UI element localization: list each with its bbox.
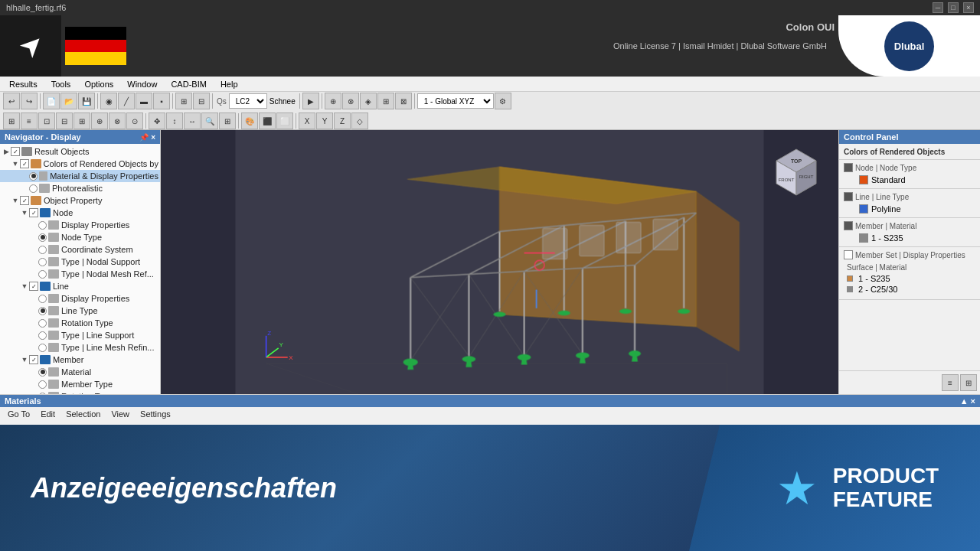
check-line[interactable]	[29, 282, 38, 291]
tree-rotation-type-member[interactable]: · Rotation Type	[0, 390, 160, 394]
tb2-y[interactable]: Y	[316, 112, 333, 129]
menu-results[interactable]: Results	[3, 78, 44, 90]
check-object-property[interactable]	[20, 196, 29, 205]
tb-view5[interactable]: ⊠	[395, 93, 412, 109]
tree-line-mesh-refin[interactable]: · Type | Line Mesh Refin...	[0, 341, 160, 354]
tree-member-type[interactable]: · Member Type	[0, 378, 160, 390]
tree-nodal-support[interactable]: · Type | Nodal Support	[0, 256, 160, 268]
tb2-x[interactable]: X	[299, 112, 315, 129]
radio-member-type[interactable]	[38, 380, 47, 389]
tree-colors-rendered[interactable]: ▼ Colors of Rendered Objects by	[0, 158, 160, 170]
expand-node[interactable]: ▼	[20, 209, 29, 217]
tb-surface[interactable]: ▪	[153, 93, 170, 109]
tree-line-support[interactable]: · Type | Line Support	[0, 329, 160, 341]
tree-coord-sys[interactable]: · Coordinate System	[0, 243, 160, 256]
tree-photorealistic[interactable]: · Photorealistic	[0, 182, 160, 194]
cp-copy-icon[interactable]: ⊞	[960, 374, 977, 391]
tree-result-objects[interactable]: ▶ Result Objects	[0, 145, 160, 158]
materials-expand-icon[interactable]: ▲	[960, 396, 969, 406]
tb2-11[interactable]: ↔	[184, 112, 201, 129]
maximize-button[interactable]: □	[948, 2, 959, 13]
cp-memberset-check[interactable]	[844, 250, 853, 259]
tree-line[interactable]: ▼ Line	[0, 280, 160, 292]
radio-line-mesh-refin[interactable]	[38, 344, 47, 352]
tb-redo[interactable]: ↪	[21, 93, 38, 109]
tree-node-type[interactable]: · Node Type	[0, 231, 160, 243]
tb2-6[interactable]: ⊕	[91, 112, 108, 129]
tb2-1[interactable]: ⊞	[3, 112, 20, 129]
tb2-z[interactable]: Z	[334, 112, 351, 129]
expand-object-property[interactable]: ▼	[11, 197, 20, 204]
tb2-render[interactable]: ⬛	[259, 112, 276, 129]
tree-display-props-line[interactable]: · Display Properties	[0, 292, 160, 305]
minimize-button[interactable]: ─	[933, 2, 943, 13]
cp-member-check[interactable]	[844, 221, 853, 230]
tb-save[interactable]: 💾	[78, 93, 95, 109]
tree-node[interactable]: ▼ Node	[0, 207, 160, 219]
cp-line-check[interactable]	[844, 192, 853, 201]
close-button[interactable]: ×	[963, 2, 974, 13]
tb-open[interactable]: 📂	[60, 93, 77, 109]
radio-display-props-node[interactable]	[38, 221, 47, 230]
radio-nodal-mesh-ref[interactable]	[38, 270, 47, 279]
menu-window[interactable]: Window	[121, 78, 163, 90]
mat-view[interactable]: View	[106, 409, 134, 419]
tb-view2[interactable]: ⊗	[342, 93, 359, 109]
tb-member[interactable]: ▬	[136, 93, 152, 109]
tb2-5[interactable]: ⊞	[74, 112, 90, 129]
tb-load1[interactable]: ⊞	[175, 93, 192, 109]
menu-help[interactable]: Help	[214, 78, 244, 90]
menu-options[interactable]: Options	[78, 78, 119, 90]
radio-photorealistic[interactable]	[29, 184, 38, 193]
expand-line[interactable]: ▼	[20, 282, 29, 290]
radio-material-member[interactable]	[38, 368, 47, 377]
radio-material-display[interactable]	[29, 172, 38, 181]
view-combo[interactable]: 1 - Global XYZ	[417, 93, 494, 109]
tree-rotation-type-line[interactable]: · Rotation Type	[0, 317, 160, 329]
radio-display-props-line[interactable]	[38, 295, 47, 303]
tb2-2[interactable]: ≡	[21, 112, 38, 129]
cp-node-check[interactable]	[844, 163, 853, 172]
nav-close-button[interactable]: ×	[151, 133, 155, 142]
tb2-9[interactable]: ✥	[149, 112, 165, 129]
nav-pin-button[interactable]: 📌	[139, 133, 149, 142]
tb2-iso[interactable]: ◇	[351, 112, 368, 129]
check-result-objects[interactable]	[11, 147, 20, 156]
tree-display-props-node[interactable]: · Display Properties	[0, 219, 160, 231]
radio-line-type[interactable]	[38, 307, 47, 315]
radio-rotation-type-member[interactable]	[38, 393, 47, 395]
tb-line[interactable]: ╱	[118, 93, 135, 109]
tb2-7[interactable]: ⊗	[109, 112, 126, 129]
expand-member[interactable]: ▼	[20, 356, 29, 364]
tb-view3[interactable]: ◈	[360, 93, 377, 109]
radio-line-support[interactable]	[38, 331, 47, 340]
tb2-zoom[interactable]: 🔍	[201, 112, 218, 129]
tb2-8[interactable]: ⊙	[126, 112, 143, 129]
radio-node-type[interactable]	[38, 233, 47, 242]
tree-material-member[interactable]: · Material	[0, 366, 160, 378]
tb-load2[interactable]: ⊟	[193, 93, 210, 109]
radio-coord-sys[interactable]	[38, 246, 47, 254]
tree-line-type[interactable]: · Line Type	[0, 305, 160, 317]
tree-nodal-mesh-ref[interactable]: · Type | Nodal Mesh Ref...	[0, 268, 160, 280]
cp-list-icon[interactable]: ≡	[942, 374, 959, 391]
tb-undo[interactable]: ↩	[3, 93, 20, 109]
load-combo-select[interactable]: LC2	[229, 93, 267, 109]
tb-run[interactable]: ▶	[302, 93, 319, 109]
radio-nodal-support[interactable]	[38, 258, 47, 266]
tree-object-property[interactable]: ▼ Object Property	[0, 194, 160, 207]
check-colors-rendered[interactable]	[20, 159, 29, 168]
tree-member[interactable]: ▼ Member	[0, 354, 160, 366]
tb-node[interactable]: ◉	[100, 93, 117, 109]
viewport[interactable]: X Y Z TOP	[161, 130, 838, 394]
mat-settings[interactable]: Settings	[136, 409, 175, 419]
tb2-color[interactable]: 🎨	[241, 112, 258, 129]
tree-material-display[interactable]: · Material & Display Properties	[0, 170, 160, 182]
mat-selection[interactable]: Selection	[61, 409, 105, 419]
tb2-10[interactable]: ↕	[166, 112, 183, 129]
tb2-4[interactable]: ⊟	[56, 112, 73, 129]
tb2-wire[interactable]: ⬜	[276, 112, 293, 129]
mat-goto[interactable]: Go To	[3, 409, 34, 419]
view-cube[interactable]: TOP FRONT RIGHT	[766, 142, 827, 203]
tb2-12[interactable]: ⊞	[219, 112, 236, 129]
